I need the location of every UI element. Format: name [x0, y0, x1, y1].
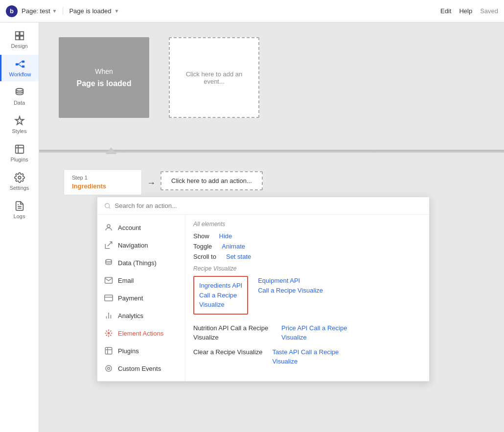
- equipment-api-action[interactable]: Equipment APICall a Recipe Visualize: [258, 276, 323, 295]
- category-custom-events[interactable]: Custom Events: [97, 360, 185, 377]
- svg-point-24: [106, 365, 112, 371]
- svg-point-22: [108, 333, 110, 334]
- clear-recipe-action[interactable]: Clear a Recipe Visualize: [193, 347, 262, 357]
- category-data[interactable]: Data (Things): [97, 254, 185, 272]
- when-title: Page is loaded: [76, 79, 131, 88]
- saved-status: Saved: [480, 7, 498, 15]
- category-plugins[interactable]: Plugins: [97, 342, 185, 360]
- category-data-label: Data (Things): [118, 259, 157, 267]
- when-label: When: [95, 68, 113, 75]
- analytics-icon: [104, 311, 113, 320]
- action-scroll-to[interactable]: Scroll to: [193, 253, 216, 260]
- page-label: Page: test: [22, 7, 50, 15]
- svg-point-23: [108, 367, 110, 370]
- workflow-icon: [15, 59, 25, 69]
- action-dropdown-panel: Account Navigation Data (Things): [97, 197, 430, 382]
- step-arrow-icon: →: [142, 174, 160, 192]
- ingredients-api-action[interactable]: Ingredients API Call a Recipe Visualize: [193, 276, 248, 315]
- results-row-1: Show Hide: [193, 232, 421, 240]
- styles-icon: [14, 115, 25, 126]
- workflow-canvas: When Page is loaded Click here to add an…: [39, 23, 504, 133]
- search-bar: [97, 197, 429, 215]
- svg-line-14: [109, 207, 110, 208]
- payment-icon: [104, 294, 113, 302]
- edit-button[interactable]: Edit: [440, 7, 451, 15]
- svg-rect-0: [15, 32, 19, 35]
- sidebar-label-logs: Logs: [14, 213, 25, 219]
- svg-rect-17: [105, 295, 113, 301]
- sidebar-item-data[interactable]: Data: [0, 83, 39, 110]
- page-dropdown-arrow: ▼: [52, 8, 57, 14]
- action-toggle[interactable]: Toggle: [193, 243, 212, 250]
- plugins-cat-icon: [104, 346, 113, 355]
- email-icon: [104, 276, 113, 285]
- recipe-section: Recipe Visualize Ingredients API Call a …: [193, 265, 421, 366]
- settings-icon: [14, 172, 25, 183]
- svg-rect-2: [15, 36, 19, 40]
- page-selector[interactable]: Page: test ▼: [22, 7, 57, 15]
- search-input[interactable]: [115, 202, 422, 209]
- price-api-action[interactable]: Price API Call a Recipe Visualize: [281, 323, 360, 342]
- sidebar-item-styles[interactable]: Styles: [0, 112, 39, 138]
- sidebar: Design Workflow Data Styles Plugins S: [0, 23, 39, 432]
- action-hide[interactable]: Hide: [219, 232, 232, 240]
- svg-line-8: [18, 64, 22, 67]
- svg-point-16: [106, 259, 112, 262]
- action-show[interactable]: Show: [193, 232, 209, 240]
- category-account[interactable]: Account: [97, 219, 185, 236]
- category-analytics-label: Analytics: [118, 312, 143, 319]
- sidebar-item-settings[interactable]: Settings: [0, 168, 39, 195]
- custom-events-icon: [104, 364, 113, 373]
- add-action-button[interactable]: Click here to add an action...: [160, 171, 263, 190]
- main-content: When Page is loaded Click here to add an…: [39, 23, 504, 432]
- step-name: Ingredients: [72, 182, 134, 190]
- results-row-2: Toggle Animate: [193, 243, 421, 250]
- category-payment-label: Payment: [118, 295, 143, 302]
- search-icon: [104, 203, 111, 209]
- logo: b: [6, 5, 18, 17]
- action-animate[interactable]: Animate: [222, 243, 245, 250]
- sidebar-item-workflow[interactable]: Workflow: [0, 55, 39, 81]
- panel-body: Account Navigation Data (Things): [97, 215, 429, 381]
- svg-rect-5: [22, 61, 24, 63]
- sidebar-item-logs[interactable]: Logs: [0, 197, 39, 223]
- section-label: All elements: [193, 221, 421, 227]
- category-payment[interactable]: Payment: [97, 289, 185, 307]
- taste-api-action[interactable]: Taste API Call a Recipe Visualize: [272, 347, 350, 366]
- category-email-label: Email: [118, 277, 134, 284]
- sidebar-label-plugins: Plugins: [10, 157, 28, 162]
- category-navigation-label: Navigation: [118, 242, 148, 249]
- when-block: When Page is loaded: [59, 37, 149, 118]
- element-actions-icon: [104, 329, 113, 338]
- database-icon: [104, 258, 113, 267]
- action-set-state[interactable]: Set state: [226, 253, 251, 260]
- divider-arrow: [105, 147, 117, 154]
- category-element-actions-label: Element Actions: [118, 330, 163, 337]
- plugins-icon: [14, 144, 25, 155]
- design-icon: [14, 30, 25, 41]
- trigger-selector[interactable]: Page is loaded ▼: [63, 7, 119, 15]
- svg-point-15: [107, 225, 110, 227]
- category-navigation[interactable]: Navigation: [97, 236, 185, 254]
- category-email[interactable]: Email: [97, 272, 185, 289]
- trigger-label: Page is loaded: [69, 7, 111, 15]
- add-event-block[interactable]: Click here to add an event...: [169, 37, 259, 118]
- category-plugins-label: Plugins: [118, 347, 139, 355]
- nutrition-api-action[interactable]: Nutrition API Call a Recipe Visualize: [193, 323, 272, 342]
- sidebar-label-settings: Settings: [10, 185, 29, 191]
- svg-rect-1: [20, 32, 23, 35]
- sidebar-label-design: Design: [11, 43, 27, 49]
- help-button[interactable]: Help: [459, 7, 472, 15]
- svg-point-10: [18, 176, 21, 179]
- sidebar-item-design[interactable]: Design: [0, 26, 39, 53]
- svg-rect-4: [16, 63, 18, 66]
- category-analytics[interactable]: Analytics: [97, 307, 185, 324]
- category-element-actions[interactable]: Element Actions: [97, 324, 185, 342]
- category-list: Account Navigation Data (Things): [97, 215, 185, 381]
- svg-rect-3: [20, 36, 23, 40]
- action-results: All elements Show Hide Toggle Animate Sc…: [185, 215, 429, 381]
- add-event-text: Click here to add an event...: [170, 66, 258, 90]
- sidebar-item-plugins[interactable]: Plugins: [0, 140, 39, 166]
- svg-line-7: [18, 62, 22, 65]
- svg-rect-6: [22, 66, 24, 68]
